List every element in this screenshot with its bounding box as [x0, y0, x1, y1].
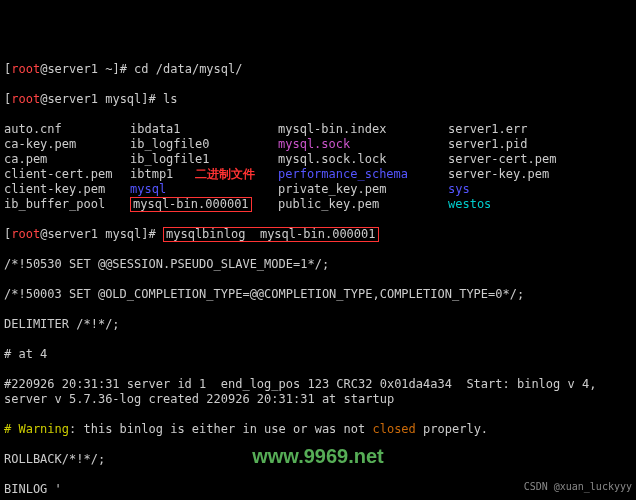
out-line: #220926 20:31:31 server id 1 end_log_pos…	[4, 377, 632, 407]
prompt-line-3: [root@server1 mysql]# mysqlbinlog mysql-…	[4, 227, 632, 242]
ls-output: auto.cnf ca-key.pem ca.pem client-cert.p…	[4, 122, 632, 212]
cmd-ls: ls	[163, 92, 177, 106]
prompt-line-2: [root@server1 mysql]# ls	[4, 92, 632, 107]
cmd-cd: cd /data/mysql/	[134, 62, 242, 76]
highlight-box-binfile: mysql-bin.000001	[130, 197, 252, 212]
out-line: ROLLBACK/*!*/;	[4, 452, 632, 467]
highlight-box-cmd: mysqlbinlog mysql-bin.000001	[163, 227, 379, 242]
prompt-line-1: [root@server1 ~]# cd /data/mysql/	[4, 62, 632, 77]
warning-line: # Warning: this binlog is either in use …	[4, 422, 632, 437]
annotation-label: 二进制文件	[195, 167, 255, 181]
out-line: /*!50530 SET @@SESSION.PSEUDO_SLAVE_MODE…	[4, 257, 632, 272]
out-line: # at 4	[4, 347, 632, 362]
out-line: DELIMITER /*!*/;	[4, 317, 632, 332]
out-line: /*!50003 SET @OLD_COMPLETION_TYPE=@@COMP…	[4, 287, 632, 302]
out-line: BINLOG '	[4, 482, 632, 497]
